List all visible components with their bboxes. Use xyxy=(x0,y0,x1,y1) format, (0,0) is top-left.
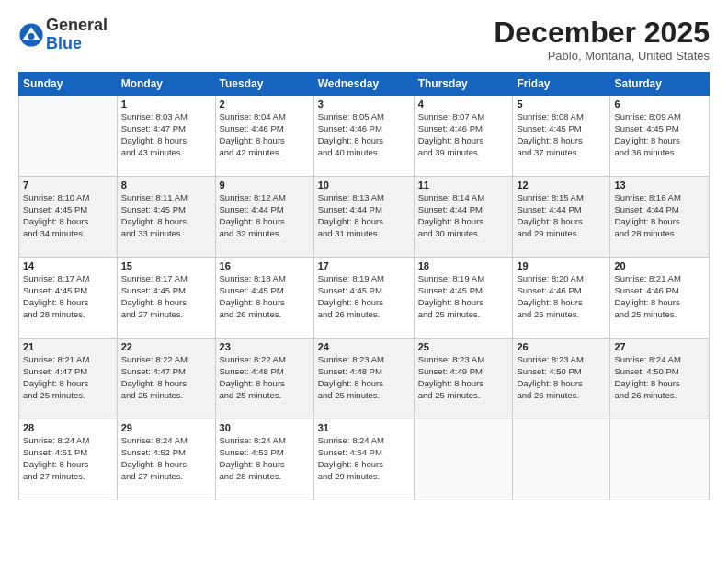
day-number: 2 xyxy=(220,98,310,109)
day-cell: 10Sunrise: 8:13 AM Sunset: 4:44 PM Dayli… xyxy=(313,177,414,258)
day-number: 19 xyxy=(517,260,606,271)
week-row-2: 7Sunrise: 8:10 AM Sunset: 4:45 PM Daylig… xyxy=(19,177,710,258)
day-number: 12 xyxy=(517,179,606,190)
day-number: 13 xyxy=(614,179,705,190)
day-cell: 22Sunrise: 8:22 AM Sunset: 4:47 PM Dayli… xyxy=(117,339,215,419)
header: General Blue December 2025 Pablo, Montan… xyxy=(18,17,710,63)
day-cell: 29Sunrise: 8:24 AM Sunset: 4:52 PM Dayli… xyxy=(117,419,215,500)
day-cell: 25Sunrise: 8:23 AM Sunset: 4:49 PM Dayli… xyxy=(414,339,513,419)
day-info: Sunrise: 8:19 AM Sunset: 4:45 PM Dayligh… xyxy=(418,273,509,320)
day-number: 22 xyxy=(121,341,211,352)
day-cell: 28Sunrise: 8:24 AM Sunset: 4:51 PM Dayli… xyxy=(19,419,118,500)
day-info: Sunrise: 8:04 AM Sunset: 4:46 PM Dayligh… xyxy=(220,111,310,158)
day-cell: 9Sunrise: 8:12 AM Sunset: 4:44 PM Daylig… xyxy=(215,177,313,258)
day-cell: 15Sunrise: 8:17 AM Sunset: 4:45 PM Dayli… xyxy=(117,258,215,339)
day-info: Sunrise: 8:21 AM Sunset: 4:46 PM Dayligh… xyxy=(614,273,705,320)
day-cell: 8Sunrise: 8:11 AM Sunset: 4:45 PM Daylig… xyxy=(117,177,215,258)
logo-blue-text: Blue xyxy=(46,34,82,52)
day-info: Sunrise: 8:08 AM Sunset: 4:45 PM Dayligh… xyxy=(517,111,606,158)
weekday-tuesday: Tuesday xyxy=(215,73,313,96)
day-info: Sunrise: 8:12 AM Sunset: 4:44 PM Dayligh… xyxy=(220,192,310,239)
location: Pablo, Montana, United States xyxy=(494,49,710,63)
week-row-5: 28Sunrise: 8:24 AM Sunset: 4:51 PM Dayli… xyxy=(19,419,710,500)
day-cell: 12Sunrise: 8:15 AM Sunset: 4:44 PM Dayli… xyxy=(513,177,610,258)
day-info: Sunrise: 8:10 AM Sunset: 4:45 PM Dayligh… xyxy=(23,192,113,239)
page: General Blue December 2025 Pablo, Montan… xyxy=(0,0,728,563)
day-number: 9 xyxy=(220,179,310,190)
day-number: 27 xyxy=(614,341,705,352)
month-title: December 2025 xyxy=(494,17,710,49)
weekday-header-row: SundayMondayTuesdayWednesdayThursdayFrid… xyxy=(19,73,710,96)
day-info: Sunrise: 8:14 AM Sunset: 4:44 PM Dayligh… xyxy=(418,192,509,239)
day-cell: 7Sunrise: 8:10 AM Sunset: 4:45 PM Daylig… xyxy=(19,177,118,258)
title-block: December 2025 Pablo, Montana, United Sta… xyxy=(494,17,710,63)
day-cell: 4Sunrise: 8:07 AM Sunset: 4:46 PM Daylig… xyxy=(414,96,513,177)
day-number: 10 xyxy=(318,179,410,190)
day-number: 7 xyxy=(23,179,113,190)
day-cell: 24Sunrise: 8:23 AM Sunset: 4:48 PM Dayli… xyxy=(313,339,414,419)
svg-point-2 xyxy=(28,33,35,40)
logo-general-text: General xyxy=(46,16,108,34)
day-cell: 2Sunrise: 8:04 AM Sunset: 4:46 PM Daylig… xyxy=(215,96,313,177)
day-cell: 13Sunrise: 8:16 AM Sunset: 4:44 PM Dayli… xyxy=(610,177,710,258)
day-info: Sunrise: 8:23 AM Sunset: 4:48 PM Dayligh… xyxy=(318,354,410,401)
day-number: 25 xyxy=(418,341,509,352)
day-cell: 5Sunrise: 8:08 AM Sunset: 4:45 PM Daylig… xyxy=(513,96,610,177)
day-number: 6 xyxy=(614,98,705,109)
day-number: 3 xyxy=(318,98,410,109)
day-cell: 1Sunrise: 8:03 AM Sunset: 4:47 PM Daylig… xyxy=(117,96,215,177)
day-cell: 30Sunrise: 8:24 AM Sunset: 4:53 PM Dayli… xyxy=(215,419,313,500)
day-info: Sunrise: 8:22 AM Sunset: 4:48 PM Dayligh… xyxy=(220,354,310,401)
weekday-saturday: Saturday xyxy=(610,73,710,96)
day-cell: 26Sunrise: 8:23 AM Sunset: 4:50 PM Dayli… xyxy=(513,339,610,419)
day-cell: 14Sunrise: 8:17 AM Sunset: 4:45 PM Dayli… xyxy=(19,258,118,339)
day-cell xyxy=(610,419,710,500)
day-cell xyxy=(513,419,610,500)
day-info: Sunrise: 8:16 AM Sunset: 4:44 PM Dayligh… xyxy=(614,192,705,239)
day-info: Sunrise: 8:17 AM Sunset: 4:45 PM Dayligh… xyxy=(121,273,211,320)
logo-icon xyxy=(18,22,44,48)
day-number: 30 xyxy=(220,422,310,433)
day-cell: 11Sunrise: 8:14 AM Sunset: 4:44 PM Dayli… xyxy=(414,177,513,258)
day-cell: 21Sunrise: 8:21 AM Sunset: 4:47 PM Dayli… xyxy=(19,339,118,419)
week-row-3: 14Sunrise: 8:17 AM Sunset: 4:45 PM Dayli… xyxy=(19,258,710,339)
day-info: Sunrise: 8:18 AM Sunset: 4:45 PM Dayligh… xyxy=(220,273,310,320)
day-number: 14 xyxy=(23,260,113,271)
day-number: 16 xyxy=(220,260,310,271)
day-info: Sunrise: 8:24 AM Sunset: 4:51 PM Dayligh… xyxy=(23,435,113,482)
day-info: Sunrise: 8:23 AM Sunset: 4:49 PM Dayligh… xyxy=(418,354,509,401)
day-info: Sunrise: 8:05 AM Sunset: 4:46 PM Dayligh… xyxy=(318,111,410,158)
day-cell: 6Sunrise: 8:09 AM Sunset: 4:45 PM Daylig… xyxy=(610,96,710,177)
day-number: 15 xyxy=(121,260,211,271)
logo: General Blue xyxy=(18,17,108,53)
day-info: Sunrise: 8:22 AM Sunset: 4:47 PM Dayligh… xyxy=(121,354,211,401)
day-cell: 27Sunrise: 8:24 AM Sunset: 4:50 PM Dayli… xyxy=(610,339,710,419)
day-cell: 19Sunrise: 8:20 AM Sunset: 4:46 PM Dayli… xyxy=(513,258,610,339)
day-cell: 16Sunrise: 8:18 AM Sunset: 4:45 PM Dayli… xyxy=(215,258,313,339)
day-number: 18 xyxy=(418,260,509,271)
day-number: 17 xyxy=(318,260,410,271)
day-info: Sunrise: 8:24 AM Sunset: 4:50 PM Dayligh… xyxy=(614,354,705,401)
day-info: Sunrise: 8:17 AM Sunset: 4:45 PM Dayligh… xyxy=(23,273,113,320)
calendar: SundayMondayTuesdayWednesdayThursdayFrid… xyxy=(18,72,710,500)
day-number: 4 xyxy=(418,98,509,109)
day-info: Sunrise: 8:24 AM Sunset: 4:53 PM Dayligh… xyxy=(220,435,310,482)
day-number: 26 xyxy=(517,341,606,352)
day-info: Sunrise: 8:23 AM Sunset: 4:50 PM Dayligh… xyxy=(517,354,606,401)
weekday-wednesday: Wednesday xyxy=(313,73,414,96)
day-number: 29 xyxy=(121,422,211,433)
day-cell: 31Sunrise: 8:24 AM Sunset: 4:54 PM Dayli… xyxy=(313,419,414,500)
day-info: Sunrise: 8:11 AM Sunset: 4:45 PM Dayligh… xyxy=(121,192,211,239)
day-cell: 3Sunrise: 8:05 AM Sunset: 4:46 PM Daylig… xyxy=(313,96,414,177)
day-number: 28 xyxy=(23,422,113,433)
day-info: Sunrise: 8:21 AM Sunset: 4:47 PM Dayligh… xyxy=(23,354,113,401)
day-number: 11 xyxy=(418,179,509,190)
day-cell: 20Sunrise: 8:21 AM Sunset: 4:46 PM Dayli… xyxy=(610,258,710,339)
day-number: 21 xyxy=(23,341,113,352)
day-info: Sunrise: 8:15 AM Sunset: 4:44 PM Dayligh… xyxy=(517,192,606,239)
day-cell: 23Sunrise: 8:22 AM Sunset: 4:48 PM Dayli… xyxy=(215,339,313,419)
day-info: Sunrise: 8:19 AM Sunset: 4:45 PM Dayligh… xyxy=(318,273,410,320)
week-row-4: 21Sunrise: 8:21 AM Sunset: 4:47 PM Dayli… xyxy=(19,339,710,419)
day-cell xyxy=(19,96,118,177)
day-cell: 17Sunrise: 8:19 AM Sunset: 4:45 PM Dayli… xyxy=(313,258,414,339)
